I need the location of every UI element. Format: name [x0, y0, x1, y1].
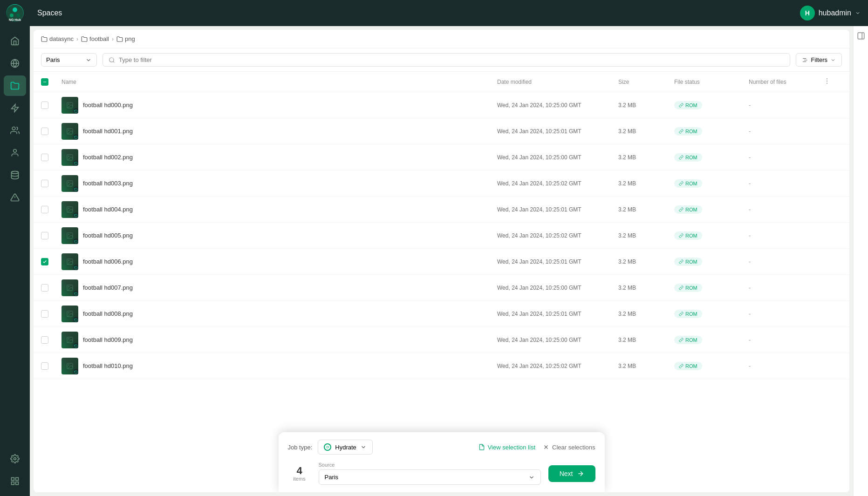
- date-cell: Wed, 24 Jan 2024, 10:25:00 GMT: [497, 337, 618, 343]
- file-name-cell: football hd004.png: [62, 201, 497, 218]
- row-checkbox[interactable]: [41, 310, 48, 318]
- link-icon: [679, 155, 683, 160]
- filter-icon: [802, 57, 808, 63]
- svg-rect-52: [858, 33, 864, 39]
- svg-rect-27: [67, 102, 73, 108]
- status-badge: ROM: [674, 153, 702, 162]
- next-button[interactable]: Next: [548, 465, 595, 482]
- app-logo[interactable]: NG·Hub: [0, 0, 30, 26]
- user-menu[interactable]: H hubadmin: [800, 6, 861, 20]
- image-icon: [66, 154, 74, 161]
- row-checkbox[interactable]: [41, 206, 48, 213]
- header-name: Name: [62, 79, 497, 85]
- space-selector[interactable]: Paris: [41, 53, 97, 67]
- status-cell: ROM: [674, 310, 749, 318]
- size-cell: 3.2 MB: [618, 128, 674, 135]
- view-selection-button[interactable]: View selection list: [478, 444, 535, 451]
- link-icon: [679, 285, 683, 290]
- svg-rect-45: [67, 337, 73, 343]
- row-checkbox[interactable]: [41, 128, 48, 135]
- files-cell: -: [749, 284, 823, 291]
- arrow-right-icon: [577, 470, 584, 477]
- file-name-cell: football hd007.png: [62, 279, 497, 296]
- row-checkbox-cell: [41, 362, 62, 370]
- source-selector[interactable]: Paris: [319, 469, 541, 485]
- table-row[interactable]: football hd003.png Wed, 24 Jan 2024, 10:…: [34, 170, 849, 197]
- breadcrumb-sep-1: ›: [76, 36, 78, 42]
- sync-badge: [73, 186, 78, 192]
- table-row[interactable]: football hd008.png Wed, 24 Jan 2024, 10:…: [34, 301, 849, 327]
- file-name: football hd001.png: [83, 128, 133, 135]
- sidebar-item-users[interactable]: [4, 143, 26, 163]
- row-checkbox[interactable]: [41, 232, 48, 239]
- status-badge: ROM: [674, 205, 702, 214]
- table-row[interactable]: football hd006.png Wed, 24 Jan 2024, 10:…: [34, 249, 849, 275]
- table-row[interactable]: football hd000.png Wed, 24 Jan 2024, 10:…: [34, 92, 849, 118]
- status-badge: ROM: [674, 258, 702, 266]
- sidebar-item-layout[interactable]: [4, 471, 26, 491]
- row-checkbox[interactable]: [41, 102, 48, 109]
- row-checkbox-cell: [41, 102, 62, 109]
- header-date: Date modified: [497, 79, 618, 85]
- size-cell: 3.2 MB: [618, 285, 674, 291]
- date-cell: Wed, 24 Jan 2024, 10:25:02 GMT: [497, 363, 618, 369]
- topbar: Spaces H hubadmin: [30, 0, 868, 26]
- table-row[interactable]: football hd005.png Wed, 24 Jan 2024, 10:…: [34, 223, 849, 249]
- sync-badge: [73, 369, 78, 374]
- more-vert-icon[interactable]: [823, 77, 831, 85]
- status-cell: ROM: [674, 336, 749, 344]
- breadcrumb-datasync[interactable]: datasync: [41, 35, 74, 42]
- sidebar-item-home[interactable]: [4, 31, 26, 51]
- date-cell: Wed, 24 Jan 2024, 10:25:00 GMT: [497, 154, 618, 161]
- table-row[interactable]: football hd010.png Wed, 24 Jan 2024, 10:…: [34, 353, 849, 379]
- breadcrumb-png-label: png: [125, 35, 135, 42]
- sidebar-item-alert[interactable]: [4, 187, 26, 208]
- link-icon: [679, 259, 683, 264]
- folder-icon-2: [81, 36, 88, 42]
- svg-point-26: [827, 82, 827, 83]
- table-row[interactable]: football hd007.png Wed, 24 Jan 2024, 10:…: [34, 275, 849, 301]
- clear-selections-button[interactable]: Clear selections: [543, 444, 595, 451]
- row-checkbox[interactable]: [41, 336, 48, 344]
- sidebar-item-settings[interactable]: [4, 448, 26, 469]
- filters-button[interactable]: Filters: [796, 53, 842, 67]
- sidebar-item-globe[interactable]: [4, 53, 26, 74]
- svg-point-1: [13, 7, 17, 12]
- file-name-cell: football hd008.png: [62, 306, 497, 322]
- svg-point-36: [68, 208, 69, 209]
- image-icon: [66, 362, 74, 370]
- row-checkbox[interactable]: [41, 154, 48, 161]
- sync-badge: [73, 160, 78, 166]
- view-selection-label: View selection list: [488, 444, 535, 451]
- svg-point-28: [68, 103, 69, 104]
- table-row[interactable]: football hd002.png Wed, 24 Jan 2024, 10:…: [34, 144, 849, 170]
- table-row[interactable]: football hd009.png Wed, 24 Jan 2024, 10:…: [34, 327, 849, 353]
- status-badge: ROM: [674, 231, 702, 240]
- job-type-selector[interactable]: ⟳ Hydrate: [318, 440, 373, 455]
- svg-marker-7: [12, 104, 19, 112]
- breadcrumb-football[interactable]: football: [81, 35, 109, 42]
- date-cell: Wed, 24 Jan 2024, 10:25:01 GMT: [497, 258, 618, 265]
- search-input[interactable]: [119, 56, 784, 63]
- sidebar-item-database[interactable]: [4, 165, 26, 185]
- row-checkbox[interactable]: [41, 362, 48, 370]
- file-thumbnail: [62, 97, 78, 114]
- panel-toggle[interactable]: [853, 26, 868, 496]
- file-name: football hd002.png: [83, 154, 133, 161]
- svg-rect-15: [16, 478, 19, 481]
- sidebar-item-spaces[interactable]: [4, 75, 26, 96]
- file-thumbnail: [62, 306, 78, 322]
- file-name-cell: football hd003.png: [62, 175, 497, 192]
- row-checkbox[interactable]: [41, 258, 48, 265]
- svg-point-44: [68, 312, 69, 313]
- table-row[interactable]: football hd004.png Wed, 24 Jan 2024, 10:…: [34, 197, 849, 223]
- sync-badge: [73, 134, 78, 140]
- row-checkbox[interactable]: [41, 284, 48, 292]
- table-row[interactable]: football hd001.png Wed, 24 Jan 2024, 10:…: [34, 118, 849, 144]
- row-checkbox[interactable]: [41, 180, 48, 187]
- sidebar-item-lightning[interactable]: [4, 98, 26, 118]
- breadcrumb: datasync › football › png: [34, 30, 849, 48]
- breadcrumb-png[interactable]: png: [116, 35, 135, 42]
- select-all-checkbox[interactable]: [41, 78, 48, 86]
- sidebar-item-team[interactable]: [4, 120, 26, 141]
